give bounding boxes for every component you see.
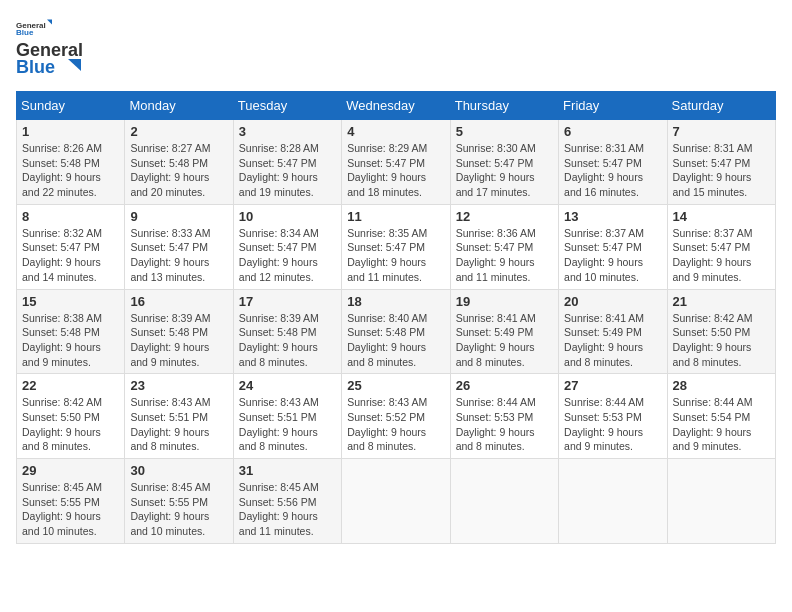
day-info: Sunrise: 8:36 AMSunset: 5:47 PMDaylight:…	[456, 226, 553, 285]
calendar-day-26: 26Sunrise: 8:44 AMSunset: 5:53 PMDayligh…	[450, 374, 558, 459]
logo-svg: General Blue	[16, 18, 56, 36]
calendar-day-20: 20Sunrise: 8:41 AMSunset: 5:49 PMDayligh…	[559, 289, 667, 374]
calendar-day-8: 8Sunrise: 8:32 AMSunset: 5:47 PMDaylight…	[17, 204, 125, 289]
day-header-sunday: Sunday	[17, 92, 125, 120]
calendar-day-28: 28Sunrise: 8:44 AMSunset: 5:54 PMDayligh…	[667, 374, 775, 459]
day-info: Sunrise: 8:43 AMSunset: 5:51 PMDaylight:…	[239, 395, 336, 454]
empty-cell	[342, 459, 450, 544]
day-number: 27	[564, 378, 661, 393]
calendar-day-10: 10Sunrise: 8:34 AMSunset: 5:47 PMDayligh…	[233, 204, 341, 289]
day-header-tuesday: Tuesday	[233, 92, 341, 120]
calendar-day-2: 2Sunrise: 8:27 AMSunset: 5:48 PMDaylight…	[125, 120, 233, 205]
day-info: Sunrise: 8:37 AMSunset: 5:47 PMDaylight:…	[564, 226, 661, 285]
calendar-day-24: 24Sunrise: 8:43 AMSunset: 5:51 PMDayligh…	[233, 374, 341, 459]
calendar-day-21: 21Sunrise: 8:42 AMSunset: 5:50 PMDayligh…	[667, 289, 775, 374]
calendar-week-3: 15Sunrise: 8:38 AMSunset: 5:48 PMDayligh…	[17, 289, 776, 374]
day-number: 4	[347, 124, 444, 139]
day-info: Sunrise: 8:41 AMSunset: 5:49 PMDaylight:…	[564, 311, 661, 370]
day-header-wednesday: Wednesday	[342, 92, 450, 120]
calendar-day-18: 18Sunrise: 8:40 AMSunset: 5:48 PMDayligh…	[342, 289, 450, 374]
day-number: 31	[239, 463, 336, 478]
logo: General Blue General Blue	[16, 16, 86, 83]
calendar-day-23: 23Sunrise: 8:43 AMSunset: 5:51 PMDayligh…	[125, 374, 233, 459]
day-number: 16	[130, 294, 227, 309]
day-info: Sunrise: 8:45 AMSunset: 5:55 PMDaylight:…	[22, 480, 119, 539]
day-info: Sunrise: 8:30 AMSunset: 5:47 PMDaylight:…	[456, 141, 553, 200]
day-number: 28	[673, 378, 770, 393]
calendar-day-14: 14Sunrise: 8:37 AMSunset: 5:47 PMDayligh…	[667, 204, 775, 289]
svg-marker-4	[68, 59, 81, 71]
day-info: Sunrise: 8:33 AMSunset: 5:47 PMDaylight:…	[130, 226, 227, 285]
day-number: 9	[130, 209, 227, 224]
calendar-day-7: 7Sunrise: 8:31 AMSunset: 5:47 PMDaylight…	[667, 120, 775, 205]
day-number: 1	[22, 124, 119, 139]
day-number: 13	[564, 209, 661, 224]
day-info: Sunrise: 8:31 AMSunset: 5:47 PMDaylight:…	[564, 141, 661, 200]
day-number: 12	[456, 209, 553, 224]
empty-cell	[559, 459, 667, 544]
calendar-day-15: 15Sunrise: 8:38 AMSunset: 5:48 PMDayligh…	[17, 289, 125, 374]
day-info: Sunrise: 8:34 AMSunset: 5:47 PMDaylight:…	[239, 226, 336, 285]
day-info: Sunrise: 8:42 AMSunset: 5:50 PMDaylight:…	[22, 395, 119, 454]
day-info: Sunrise: 8:45 AMSunset: 5:56 PMDaylight:…	[239, 480, 336, 539]
calendar-day-19: 19Sunrise: 8:41 AMSunset: 5:49 PMDayligh…	[450, 289, 558, 374]
header: General Blue General Blue	[16, 16, 776, 83]
day-number: 30	[130, 463, 227, 478]
day-info: Sunrise: 8:32 AMSunset: 5:47 PMDaylight:…	[22, 226, 119, 285]
day-info: Sunrise: 8:44 AMSunset: 5:53 PMDaylight:…	[456, 395, 553, 454]
calendar-day-31: 31Sunrise: 8:45 AMSunset: 5:56 PMDayligh…	[233, 459, 341, 544]
calendar-day-25: 25Sunrise: 8:43 AMSunset: 5:52 PMDayligh…	[342, 374, 450, 459]
day-info: Sunrise: 8:44 AMSunset: 5:54 PMDaylight:…	[673, 395, 770, 454]
day-info: Sunrise: 8:45 AMSunset: 5:55 PMDaylight:…	[130, 480, 227, 539]
day-info: Sunrise: 8:27 AMSunset: 5:48 PMDaylight:…	[130, 141, 227, 200]
day-number: 23	[130, 378, 227, 393]
calendar-day-30: 30Sunrise: 8:45 AMSunset: 5:55 PMDayligh…	[125, 459, 233, 544]
day-number: 19	[456, 294, 553, 309]
day-number: 8	[22, 209, 119, 224]
calendar-day-6: 6Sunrise: 8:31 AMSunset: 5:47 PMDaylight…	[559, 120, 667, 205]
day-info: Sunrise: 8:38 AMSunset: 5:48 PMDaylight:…	[22, 311, 119, 370]
day-number: 7	[673, 124, 770, 139]
logo-blue-svg: Blue	[16, 57, 86, 79]
calendar-day-1: 1Sunrise: 8:26 AMSunset: 5:48 PMDaylight…	[17, 120, 125, 205]
calendar-day-3: 3Sunrise: 8:28 AMSunset: 5:47 PMDaylight…	[233, 120, 341, 205]
day-number: 25	[347, 378, 444, 393]
day-info: Sunrise: 8:31 AMSunset: 5:47 PMDaylight:…	[673, 141, 770, 200]
day-number: 26	[456, 378, 553, 393]
day-number: 18	[347, 294, 444, 309]
day-number: 20	[564, 294, 661, 309]
empty-cell	[450, 459, 558, 544]
day-header-friday: Friday	[559, 92, 667, 120]
day-number: 21	[673, 294, 770, 309]
calendar-day-4: 4Sunrise: 8:29 AMSunset: 5:47 PMDaylight…	[342, 120, 450, 205]
calendar-day-22: 22Sunrise: 8:42 AMSunset: 5:50 PMDayligh…	[17, 374, 125, 459]
day-number: 15	[22, 294, 119, 309]
day-info: Sunrise: 8:37 AMSunset: 5:47 PMDaylight:…	[673, 226, 770, 285]
day-number: 5	[456, 124, 553, 139]
day-number: 17	[239, 294, 336, 309]
calendar-day-12: 12Sunrise: 8:36 AMSunset: 5:47 PMDayligh…	[450, 204, 558, 289]
svg-text:Blue: Blue	[16, 57, 55, 77]
day-info: Sunrise: 8:35 AMSunset: 5:47 PMDaylight:…	[347, 226, 444, 285]
day-info: Sunrise: 8:39 AMSunset: 5:48 PMDaylight:…	[130, 311, 227, 370]
day-number: 24	[239, 378, 336, 393]
calendar-week-5: 29Sunrise: 8:45 AMSunset: 5:55 PMDayligh…	[17, 459, 776, 544]
calendar-week-2: 8Sunrise: 8:32 AMSunset: 5:47 PMDaylight…	[17, 204, 776, 289]
calendar-day-11: 11Sunrise: 8:35 AMSunset: 5:47 PMDayligh…	[342, 204, 450, 289]
day-number: 10	[239, 209, 336, 224]
day-header-saturday: Saturday	[667, 92, 775, 120]
day-number: 2	[130, 124, 227, 139]
day-info: Sunrise: 8:43 AMSunset: 5:51 PMDaylight:…	[130, 395, 227, 454]
day-info: Sunrise: 8:26 AMSunset: 5:48 PMDaylight:…	[22, 141, 119, 200]
svg-marker-2	[47, 20, 52, 25]
day-header-thursday: Thursday	[450, 92, 558, 120]
day-info: Sunrise: 8:29 AMSunset: 5:47 PMDaylight:…	[347, 141, 444, 200]
calendar-day-16: 16Sunrise: 8:39 AMSunset: 5:48 PMDayligh…	[125, 289, 233, 374]
day-number: 3	[239, 124, 336, 139]
calendar-day-9: 9Sunrise: 8:33 AMSunset: 5:47 PMDaylight…	[125, 204, 233, 289]
day-info: Sunrise: 8:28 AMSunset: 5:47 PMDaylight:…	[239, 141, 336, 200]
day-info: Sunrise: 8:44 AMSunset: 5:53 PMDaylight:…	[564, 395, 661, 454]
day-info: Sunrise: 8:39 AMSunset: 5:48 PMDaylight:…	[239, 311, 336, 370]
day-number: 6	[564, 124, 661, 139]
calendar-week-1: 1Sunrise: 8:26 AMSunset: 5:48 PMDaylight…	[17, 120, 776, 205]
